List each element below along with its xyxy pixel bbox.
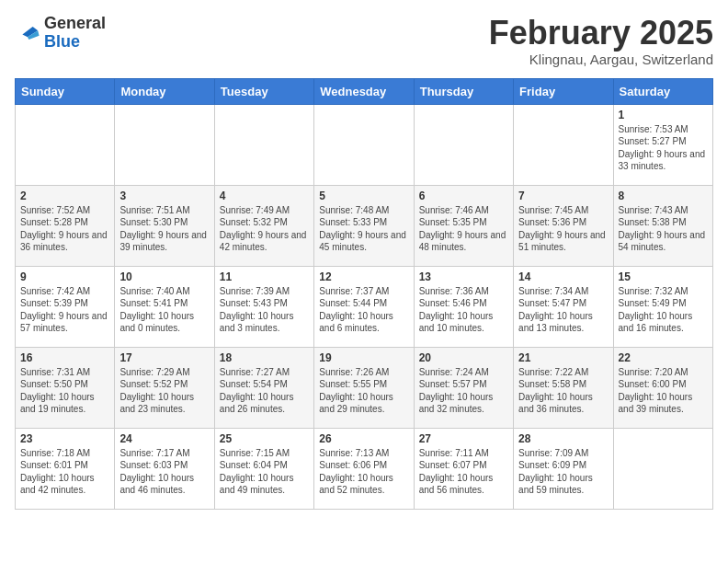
day-number: 15 <box>619 270 708 283</box>
calendar-cell: 23Sunrise: 7:18 AM Sunset: 6:01 PM Dayli… <box>16 428 115 509</box>
day-info: Sunrise: 7:24 AM Sunset: 5:57 PM Dayligh… <box>419 366 508 416</box>
day-number: 18 <box>220 351 309 364</box>
calendar-cell: 28Sunrise: 7:09 AM Sunset: 6:09 PM Dayli… <box>514 428 613 509</box>
calendar-cell: 17Sunrise: 7:29 AM Sunset: 5:52 PM Dayli… <box>115 347 214 428</box>
day-number: 25 <box>220 432 309 445</box>
calendar-cell: 27Sunrise: 7:11 AM Sunset: 6:07 PM Dayli… <box>414 428 513 509</box>
day-number: 5 <box>319 190 408 202</box>
day-number: 12 <box>319 270 408 283</box>
calendar-cell: 1Sunrise: 7:53 AM Sunset: 5:27 PM Daylig… <box>613 104 712 185</box>
day-info: Sunrise: 7:39 AM Sunset: 5:43 PM Dayligh… <box>220 285 309 335</box>
calendar-cell: 8Sunrise: 7:43 AM Sunset: 5:38 PM Daylig… <box>613 185 712 266</box>
calendar-cell: 10Sunrise: 7:40 AM Sunset: 5:41 PM Dayli… <box>115 266 214 347</box>
day-info: Sunrise: 7:18 AM Sunset: 6:01 PM Dayligh… <box>20 447 109 497</box>
header-tuesday: Tuesday <box>214 78 313 104</box>
day-info: Sunrise: 7:42 AM Sunset: 5:39 PM Dayligh… <box>20 285 109 335</box>
calendar-cell: 3Sunrise: 7:51 AM Sunset: 5:30 PM Daylig… <box>115 185 214 266</box>
header-monday: Monday <box>115 78 214 104</box>
calendar-cell: 13Sunrise: 7:36 AM Sunset: 5:46 PM Dayli… <box>414 266 513 347</box>
calendar-week-4: 16Sunrise: 7:31 AM Sunset: 5:50 PM Dayli… <box>16 347 713 428</box>
day-number: 6 <box>419 190 508 202</box>
calendar-cell: 7Sunrise: 7:45 AM Sunset: 5:36 PM Daylig… <box>514 185 613 266</box>
calendar-cell: 24Sunrise: 7:17 AM Sunset: 6:03 PM Dayli… <box>115 428 214 509</box>
day-number: 27 <box>419 432 508 445</box>
day-number: 7 <box>518 190 608 202</box>
calendar-cell: 21Sunrise: 7:22 AM Sunset: 5:58 PM Dayli… <box>514 347 613 428</box>
day-info: Sunrise: 7:49 AM Sunset: 5:32 PM Dayligh… <box>220 204 309 254</box>
calendar-cell <box>115 104 214 185</box>
calendar-cell: 9Sunrise: 7:42 AM Sunset: 5:39 PM Daylig… <box>16 266 115 347</box>
day-number: 22 <box>619 351 708 364</box>
title-section: February 2025 Klingnau, Aargau, Switzerl… <box>489 15 713 67</box>
calendar-cell <box>16 104 115 185</box>
day-info: Sunrise: 7:45 AM Sunset: 5:36 PM Dayligh… <box>518 204 608 254</box>
day-info: Sunrise: 7:40 AM Sunset: 5:41 PM Dayligh… <box>119 285 209 335</box>
day-info: Sunrise: 7:09 AM Sunset: 6:09 PM Dayligh… <box>518 447 608 497</box>
day-info: Sunrise: 7:52 AM Sunset: 5:28 PM Dayligh… <box>20 204 109 254</box>
day-number: 23 <box>20 432 109 445</box>
header-wednesday: Wednesday <box>314 78 414 104</box>
day-info: Sunrise: 7:22 AM Sunset: 5:58 PM Dayligh… <box>518 366 608 416</box>
calendar-cell: 6Sunrise: 7:46 AM Sunset: 5:35 PM Daylig… <box>414 185 513 266</box>
logo-general: General <box>44 14 106 32</box>
calendar-cell: 2Sunrise: 7:52 AM Sunset: 5:28 PM Daylig… <box>16 185 115 266</box>
calendar-cell: 19Sunrise: 7:26 AM Sunset: 5:55 PM Dayli… <box>314 347 414 428</box>
day-info: Sunrise: 7:51 AM Sunset: 5:30 PM Dayligh… <box>119 204 209 254</box>
calendar-cell: 22Sunrise: 7:20 AM Sunset: 6:00 PM Dayli… <box>613 347 712 428</box>
header-row: Sunday Monday Tuesday Wednesday Thursday… <box>16 78 713 104</box>
calendar-week-1: 1Sunrise: 7:53 AM Sunset: 5:27 PM Daylig… <box>16 104 713 185</box>
day-number: 14 <box>518 270 608 283</box>
calendar-cell: 14Sunrise: 7:34 AM Sunset: 5:47 PM Dayli… <box>514 266 613 347</box>
day-info: Sunrise: 7:20 AM Sunset: 6:00 PM Dayligh… <box>619 366 708 416</box>
header-thursday: Thursday <box>414 78 513 104</box>
calendar-cell: 4Sunrise: 7:49 AM Sunset: 5:32 PM Daylig… <box>214 185 313 266</box>
day-number: 8 <box>619 190 708 202</box>
month-title: February 2025 <box>489 15 713 52</box>
calendar-cell: 26Sunrise: 7:13 AM Sunset: 6:06 PM Dayli… <box>314 428 414 509</box>
day-info: Sunrise: 7:37 AM Sunset: 5:44 PM Dayligh… <box>319 285 408 335</box>
day-info: Sunrise: 7:48 AM Sunset: 5:33 PM Dayligh… <box>319 204 408 254</box>
day-number: 10 <box>119 270 209 283</box>
day-number: 20 <box>419 351 508 364</box>
day-number: 13 <box>419 270 508 283</box>
day-info: Sunrise: 7:13 AM Sunset: 6:06 PM Dayligh… <box>319 447 408 497</box>
calendar-week-2: 2Sunrise: 7:52 AM Sunset: 5:28 PM Daylig… <box>16 185 713 266</box>
calendar-cell: 11Sunrise: 7:39 AM Sunset: 5:43 PM Dayli… <box>214 266 313 347</box>
day-number: 17 <box>119 351 209 364</box>
calendar-cell <box>514 104 613 185</box>
day-number: 4 <box>220 190 309 202</box>
day-info: Sunrise: 7:31 AM Sunset: 5:50 PM Dayligh… <box>20 366 109 416</box>
day-number: 3 <box>119 190 209 202</box>
day-number: 24 <box>119 432 209 445</box>
calendar-cell: 18Sunrise: 7:27 AM Sunset: 5:54 PM Dayli… <box>214 347 313 428</box>
calendar-cell <box>314 104 414 185</box>
calendar-table: Sunday Monday Tuesday Wednesday Thursday… <box>15 78 713 510</box>
day-info: Sunrise: 7:26 AM Sunset: 5:55 PM Dayligh… <box>319 366 408 416</box>
day-number: 19 <box>319 351 408 364</box>
day-info: Sunrise: 7:11 AM Sunset: 6:07 PM Dayligh… <box>419 447 508 497</box>
logo-text: General Blue <box>44 15 106 52</box>
calendar-cell: 16Sunrise: 7:31 AM Sunset: 5:50 PM Dayli… <box>16 347 115 428</box>
calendar-body: 1Sunrise: 7:53 AM Sunset: 5:27 PM Daylig… <box>16 104 713 509</box>
day-info: Sunrise: 7:36 AM Sunset: 5:46 PM Dayligh… <box>419 285 508 335</box>
header-sunday: Sunday <box>16 78 115 104</box>
calendar-cell: 25Sunrise: 7:15 AM Sunset: 6:04 PM Dayli… <box>214 428 313 509</box>
header: General Blue February 2025 Klingnau, Aar… <box>15 15 713 67</box>
calendar-cell <box>613 428 712 509</box>
day-info: Sunrise: 7:27 AM Sunset: 5:54 PM Dayligh… <box>220 366 309 416</box>
header-friday: Friday <box>514 78 613 104</box>
day-info: Sunrise: 7:34 AM Sunset: 5:47 PM Dayligh… <box>518 285 608 335</box>
calendar-cell <box>414 104 513 185</box>
calendar-header: Sunday Monday Tuesday Wednesday Thursday… <box>16 78 713 104</box>
day-info: Sunrise: 7:43 AM Sunset: 5:38 PM Dayligh… <box>619 204 708 254</box>
calendar-cell: 5Sunrise: 7:48 AM Sunset: 5:33 PM Daylig… <box>314 185 414 266</box>
day-info: Sunrise: 7:17 AM Sunset: 6:03 PM Dayligh… <box>119 447 209 497</box>
calendar-cell <box>214 104 313 185</box>
logo-icon <box>15 20 40 46</box>
logo: General Blue <box>15 15 106 52</box>
day-number: 21 <box>518 351 608 364</box>
logo-blue: Blue <box>44 32 80 51</box>
header-saturday: Saturday <box>613 78 712 104</box>
calendar-cell: 12Sunrise: 7:37 AM Sunset: 5:44 PM Dayli… <box>314 266 414 347</box>
day-number: 28 <box>518 432 608 445</box>
